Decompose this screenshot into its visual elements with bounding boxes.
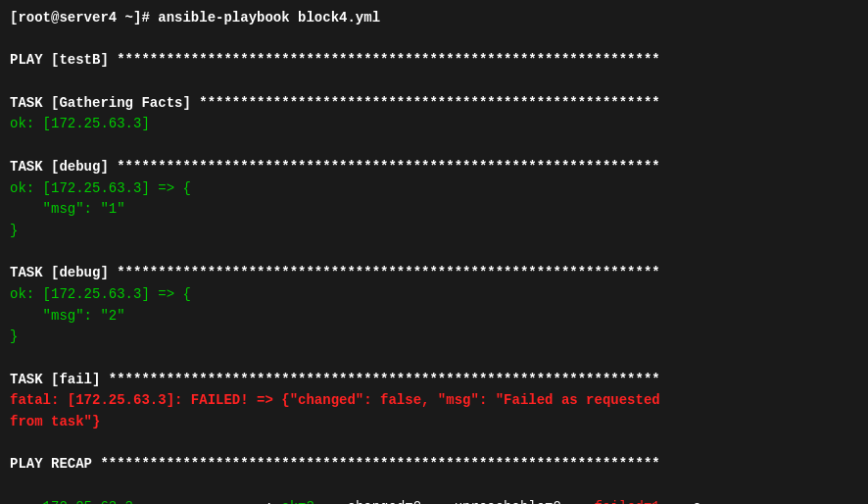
msg-2: "msg": "2" bbox=[10, 306, 858, 328]
spacer-6 bbox=[10, 433, 858, 455]
spacer-3 bbox=[10, 135, 858, 157]
recap-s: s bbox=[660, 499, 701, 504]
recap-changed-label: changed=0 unreachable=0 bbox=[314, 499, 595, 504]
spacer-1 bbox=[10, 29, 858, 51]
ok-debug-1: ok: [172.25.63.3] => { bbox=[10, 178, 858, 200]
play-line: PLAY [testB] ***************************… bbox=[10, 50, 858, 72]
msg-1: "msg": "1" bbox=[10, 199, 858, 221]
recap-ok: ok=3 bbox=[281, 499, 314, 504]
play-recap-header: PLAY RECAP *****************************… bbox=[10, 454, 858, 476]
ok-debug-2: ok: [172.25.63.3] => { bbox=[10, 284, 858, 306]
recap-failed: failed=1 bbox=[595, 499, 660, 504]
recap-spacer: : bbox=[133, 499, 281, 504]
task-debug-2: TASK [debug] ***************************… bbox=[10, 263, 858, 284]
recap-line-1: 172.25.63.3 : ok=3 changed=0 unreachable… bbox=[10, 476, 858, 504]
task-debug-1: TASK [debug] ***************************… bbox=[10, 157, 858, 178]
command-line: [root@server4 ~]# ansible-playbook block… bbox=[10, 8, 858, 29]
ok-gathering: ok: [172.25.63.3] bbox=[10, 114, 858, 135]
spacer-2 bbox=[10, 72, 858, 93]
task-fail: TASK [fail] ****************************… bbox=[10, 370, 858, 391]
spacer-4 bbox=[10, 242, 858, 264]
spacer-5 bbox=[10, 348, 858, 370]
recap-ip: 172.25.63.3 bbox=[43, 499, 133, 504]
close-brace-1: } bbox=[10, 221, 858, 242]
fatal-line-1: fatal: [172.25.63.3]: FAILED! => {"chang… bbox=[10, 390, 858, 412]
close-brace-2: } bbox=[10, 327, 858, 348]
terminal-window: [root@server4 ~]# ansible-playbook block… bbox=[0, 0, 868, 504]
task-gathering-facts: TASK [Gathering Facts] *****************… bbox=[10, 93, 858, 115]
fatal-line-2: from task"} bbox=[10, 412, 858, 433]
